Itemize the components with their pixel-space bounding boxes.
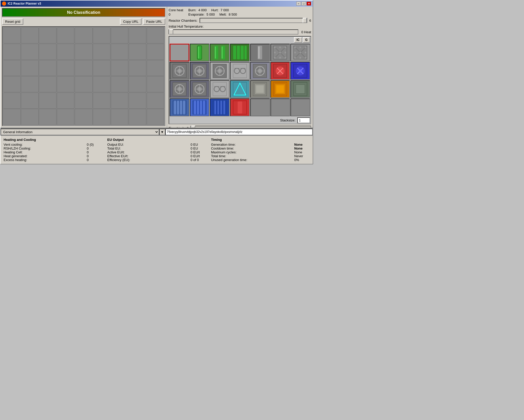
- reactor-grid-cell[interactable]: [57, 44, 74, 60]
- component-cell-comp-heat-exchanger[interactable]: [210, 80, 230, 98]
- reactor-grid-cell[interactable]: [21, 60, 39, 76]
- reactor-grid-cell[interactable]: [21, 27, 39, 43]
- reactor-grid-cell[interactable]: [147, 76, 164, 92]
- time-limit-slider[interactable]: [191, 126, 311, 128]
- component-cell-uranium-quad[interactable]: [230, 44, 250, 61]
- component-cell-neutron-reflector[interactable]: [270, 44, 290, 61]
- component-cell-thick-neutron-reflector[interactable]: [290, 44, 310, 61]
- component-cell-empty-selected[interactable]: [170, 44, 189, 61]
- reactor-grid-cell[interactable]: [93, 76, 111, 92]
- component-cell-uranium-single[interactable]: [190, 44, 210, 61]
- reactor-grid-cell[interactable]: [21, 109, 39, 125]
- component-cell-lzh-condensator[interactable]: [290, 62, 310, 80]
- eu-label-0: Output EU:: [107, 143, 188, 146]
- reactor-grid-cell[interactable]: [75, 109, 92, 125]
- reactor-grid-cell[interactable]: [39, 93, 57, 109]
- timing-value-1: None: [294, 146, 310, 150]
- component-cell-reactor-heat-vent[interactable]: [210, 62, 230, 80]
- close-button[interactable]: ✕: [307, 2, 311, 6]
- reactor-grid-cell[interactable]: [93, 109, 111, 125]
- reactor-grid-cell[interactable]: [93, 93, 111, 109]
- reactor-grid-cell[interactable]: [129, 60, 146, 76]
- component-cell-core-heat-vent[interactable]: [250, 62, 270, 80]
- hull-temp-slider[interactable]: [169, 29, 298, 35]
- component-cell-coolant-360k[interactable]: [210, 98, 230, 116]
- copy-url-button[interactable]: Copy URL: [120, 18, 141, 25]
- reactor-grid-cell[interactable]: [75, 27, 92, 43]
- component-cell-adv-comp-heat-exchanger[interactable]: [230, 80, 250, 98]
- reactor-grid-cell[interactable]: [111, 60, 128, 76]
- reactor-grid-cell[interactable]: [39, 44, 57, 60]
- component-cell-coolant-180k[interactable]: [190, 98, 210, 116]
- reactor-grid-cell[interactable]: [147, 109, 164, 125]
- reactor-grid-cell[interactable]: [147, 44, 164, 60]
- reactor-grid-cell[interactable]: [111, 109, 128, 125]
- component-cell-heat-exchanger[interactable]: [170, 80, 189, 98]
- reactor-grid-cell[interactable]: [21, 93, 39, 109]
- minimize-button[interactable]: −: [296, 2, 301, 6]
- reactor-grid-cell[interactable]: [147, 27, 164, 43]
- component-cell-isotope[interactable]: [250, 44, 270, 61]
- reactor-grid-cell[interactable]: [75, 93, 92, 109]
- reactor-grid-cell[interactable]: [147, 93, 164, 109]
- reactor-grid-cell[interactable]: [111, 93, 128, 109]
- reactor-grid-cell[interactable]: [57, 76, 74, 92]
- reactor-grid-cell[interactable]: [3, 27, 21, 43]
- reactor-grid-cell[interactable]: [129, 27, 146, 43]
- tab-g[interactable]: G: [303, 37, 310, 43]
- maximize-button[interactable]: □: [301, 2, 306, 6]
- reactor-grid-cell[interactable]: [57, 109, 74, 125]
- reactor-grid-cell[interactable]: [3, 44, 21, 60]
- component-cell-empty5[interactable]: [270, 98, 290, 116]
- reactor-grid-cell[interactable]: [3, 109, 21, 125]
- component-cell-heat-vent[interactable]: [170, 62, 189, 80]
- svg-rect-2: [198, 47, 199, 59]
- component-cell-rsh-condensator[interactable]: [270, 62, 290, 80]
- component-cell-adv-heat-vent[interactable]: [190, 62, 210, 80]
- reactor-grid-cell[interactable]: [93, 44, 111, 60]
- reactor-grid-cell[interactable]: [39, 109, 57, 125]
- tab-ic[interactable]: IC: [294, 37, 302, 43]
- component-cell-empty4[interactable]: [250, 98, 270, 116]
- reactor-grid-cell[interactable]: [75, 76, 92, 92]
- reactor-chambers-slider[interactable]: [200, 18, 307, 23]
- reactor-grid-cell[interactable]: [57, 27, 74, 43]
- reactor-grid-cell[interactable]: [147, 60, 164, 76]
- component-cell-contain-plating[interactable]: [290, 80, 310, 98]
- reactor-grid-cell[interactable]: [3, 76, 21, 92]
- reactor-grid-cell[interactable]: [57, 93, 74, 109]
- reactor-grid-cell[interactable]: [21, 44, 39, 60]
- reactor-grid-cell[interactable]: [3, 60, 21, 76]
- reactor-grid-cell[interactable]: [129, 93, 146, 109]
- component-cell-uranium-double[interactable]: [210, 44, 230, 61]
- reactor-grid-cell[interactable]: [39, 76, 57, 92]
- reactor-grid-cell[interactable]: [3, 93, 21, 109]
- component-cell-reactor-plating[interactable]: [250, 80, 270, 98]
- reactor-grid-cell[interactable]: [93, 60, 111, 76]
- eu-value-4: 0 of 0: [191, 158, 206, 162]
- component-cell-heat-cap-plating[interactable]: [270, 80, 290, 98]
- component-cell-heating-cell[interactable]: [230, 98, 250, 116]
- reactor-grid-cell[interactable]: [129, 44, 146, 60]
- reactor-grid-cell[interactable]: [111, 76, 128, 92]
- component-cell-empty6[interactable]: [290, 98, 310, 116]
- stacksize-input[interactable]: 1: [297, 117, 310, 123]
- reactor-grid-cell[interactable]: [39, 27, 57, 43]
- dropdown-arrow-icon[interactable]: ▼: [159, 129, 165, 135]
- info-dropdown[interactable]: General Information: [1, 129, 159, 135]
- reactor-grid-cell[interactable]: [129, 109, 146, 125]
- reactor-grid-cell[interactable]: [21, 76, 39, 92]
- component-cell-coolant-60k[interactable]: [170, 98, 189, 116]
- reactor-grid-cell[interactable]: [111, 44, 128, 60]
- component-cell-adv-heat-exchanger[interactable]: [190, 80, 210, 98]
- reset-grid-button[interactable]: Reset grid: [2, 18, 23, 25]
- reactor-grid-cell[interactable]: [57, 60, 74, 76]
- reactor-grid-cell[interactable]: [129, 76, 146, 92]
- reactor-grid-cell[interactable]: [39, 60, 57, 76]
- reactor-grid-cell[interactable]: [75, 60, 92, 76]
- reactor-grid-cell[interactable]: [111, 27, 128, 43]
- reactor-grid-cell[interactable]: [93, 27, 111, 43]
- paste-url-button[interactable]: Paste URL: [143, 18, 165, 25]
- reactor-grid-cell[interactable]: [75, 44, 92, 60]
- component-cell-comp-heat-vent[interactable]: [230, 62, 250, 80]
